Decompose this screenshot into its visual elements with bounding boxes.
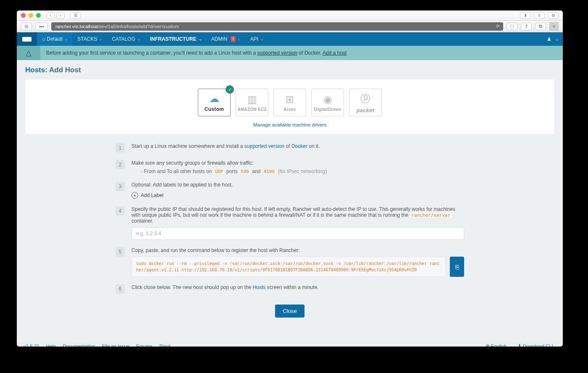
driver-amazon-ec2[interactable]: ▥ AMAZON EC2 [236,89,268,116]
copy-command-button[interactable]: ⎘ [450,257,464,277]
footer-docs[interactable]: Documentation [63,344,95,347]
downloads-button[interactable]: ⬇ [520,12,531,19]
mac-titlebar: ‹ › ☰ ⬇ ⇪ ⧉ [17,11,563,21]
step-2-sub: From and To all other hosts on UDP ports… [131,168,464,174]
nav-api[interactable]: API [245,32,268,46]
step-2: 2 Make sure any security groups or firew… [116,160,464,174]
browser-window: ‹ › ☰ ⬇ ⇪ ⧉ ◎ ••• rancher.vm.localhost/e… [17,11,563,347]
environment-dropdown[interactable]: ⌂ Default [37,32,72,46]
register-command-box[interactable]: sudo docker run --rm --privileged -v /va… [131,257,446,277]
docker-link[interactable]: Docker [291,143,307,149]
step-4: 4 Specify the public IP that should be r… [116,206,464,240]
footer-forums[interactable]: Forums [136,344,152,347]
app-navbar: ⌂ Default STACKS CATALOG INFRASTRUCTURE … [17,32,563,46]
footer: v1.6.21 Help Documentation File an Issue… [17,343,563,347]
add-host-link[interactable]: Add a host [323,50,346,56]
driver-digitalocean[interactable]: ◉ DigitalOcean [311,89,344,116]
page-title: Hosts: Add Host [25,66,554,74]
window-zoom-dot[interactable] [36,13,41,18]
driver-custom[interactable]: ✓ ☁ Custom [198,89,231,116]
supported-version-link[interactable]: supported version [257,50,297,56]
nav-admin[interactable]: ADMIN! [206,32,245,46]
step-number-5: 5 [116,247,125,257]
step-6: 6 Click close below. The new host should… [116,284,464,294]
step-number-2: 2 [116,160,125,169]
packet-icon: ⓟ [360,92,370,105]
step-number-4: 4 [116,206,125,215]
nav-infrastructure[interactable]: INFRASTRUCTURE [145,32,206,46]
step-number-1: 1 [116,143,125,152]
banner-text: Before adding your first service or laun… [40,46,352,60]
reload-icon[interactable]: ⟳ [496,24,500,29]
close-button[interactable]: Close [275,305,304,318]
amazon-ec2-icon: ▥ [247,94,257,105]
warning-icon: △ [17,46,40,60]
share-button[interactable]: ⇪ [534,12,545,19]
url-host: rancher.vm.localhost [55,24,98,29]
nav-stacks[interactable]: STACKS [72,32,107,46]
rancher-logo[interactable] [17,32,37,46]
supported-version-link-2[interactable]: supported version [244,143,284,149]
selected-check-icon: ✓ [226,85,234,94]
copies-button[interactable]: ⧉ [535,23,546,30]
browser-back-button[interactable]: ‹ [46,12,55,19]
port-500: 500 [239,169,251,174]
step-3: 3 Optional: Add labels to be applied to … [116,182,464,199]
proto-udp: UDP [213,169,225,174]
nav-catalog[interactable]: CATALOG [107,32,145,46]
step-1: 1 Start up a Linux machine somewhere and… [116,143,464,152]
driver-panel: ✓ ☁ Custom ▥ AMAZON EC2 ⊞ Azure ◉ Digi [25,79,554,134]
new-tab-button[interactable]: + [549,22,559,31]
azure-icon: ⊞ [286,94,294,105]
step-5: 5 Copy, paste, and run the command below… [116,247,464,277]
add-label-button[interactable]: + Add Label [131,192,464,199]
user-icon[interactable]: ♟ [547,36,551,42]
breadcrumb-hosts[interactable]: Hosts: [25,66,47,74]
port-4500: 4500 [262,169,277,174]
admin-alert-badge: ! [231,36,235,42]
step-number-6: 6 [116,284,125,294]
public-ip-input[interactable] [131,227,464,240]
url-field[interactable]: rancher.vm.localhost/env/1a5/infra/hosts… [51,22,503,31]
driver-azure[interactable]: ⊞ Azure [273,89,306,116]
download-cli-dropdown[interactable]: Download CLI [517,343,556,347]
user-menu-caret-icon[interactable]: ⌵ [556,36,559,42]
manage-drivers-link[interactable]: Manage available machine drivers [253,122,327,127]
tabs-button[interactable]: ⧉ [548,12,559,19]
environment-label: Default [47,36,63,42]
shield-icon-button[interactable]: ◎ [21,23,32,30]
url-path: /env/1a5/infra/hosts/add?driver=custom [98,24,179,29]
language-dropdown[interactable]: English [486,343,510,347]
step-number-3: 3 [116,182,125,191]
window-close-dot[interactable] [21,13,26,18]
footer-issue[interactable]: File an Issue [102,344,129,347]
info-banner: △ Before adding your first service or la… [17,46,563,60]
steps-container: 1 Start up a Linux machine somewhere and… [116,143,464,294]
sidebar-toggle-button[interactable]: ☰ [70,12,81,19]
site-settings-button[interactable]: ••• [35,23,48,30]
cloud-upload-icon: ☁ [209,93,219,105]
footer-slack[interactable]: Slack [159,344,171,347]
plus-icon: + [131,192,138,199]
share2-button[interactable]: ⇧ [521,23,532,30]
driver-packet[interactable]: ⓟ packet [349,89,382,116]
digitalocean-icon: ◉ [323,94,332,105]
page-body: Hosts: Add Host ✓ ☁ Custom ▥ AMAZON EC2 … [17,60,563,347]
browser-forward-button[interactable]: › [56,12,65,19]
footer-version[interactable]: v1.6.21 [24,344,39,347]
rancher-server-code: rancher/server [410,213,452,218]
window-minimize-dot[interactable] [29,13,33,18]
browser-toolbar: ◎ ••• rancher.vm.localhost/env/1a5/infra… [17,21,563,32]
reader-button[interactable]: ◌ [507,23,517,30]
hosts-link[interactable]: Hosts [253,284,266,290]
footer-help[interactable]: Help [46,344,56,347]
